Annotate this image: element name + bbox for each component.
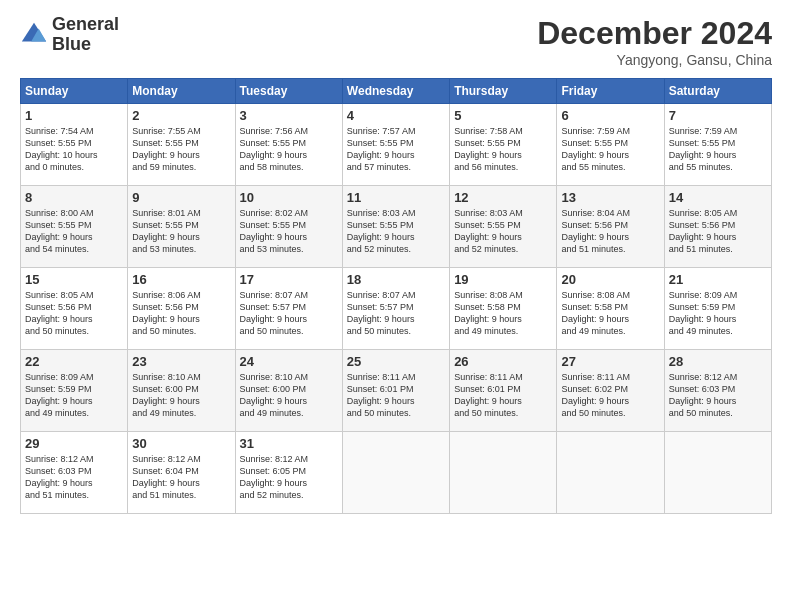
calendar-week-row: 15Sunrise: 8:05 AM Sunset: 5:56 PM Dayli… bbox=[21, 268, 772, 350]
calendar-day-cell: 31Sunrise: 8:12 AM Sunset: 6:05 PM Dayli… bbox=[235, 432, 342, 514]
day-detail: Sunrise: 8:05 AM Sunset: 5:56 PM Dayligh… bbox=[669, 207, 767, 256]
day-detail: Sunrise: 7:55 AM Sunset: 5:55 PM Dayligh… bbox=[132, 125, 230, 174]
day-number: 21 bbox=[669, 272, 767, 287]
calendar-day-cell: 22Sunrise: 8:09 AM Sunset: 5:59 PM Dayli… bbox=[21, 350, 128, 432]
day-number: 20 bbox=[561, 272, 659, 287]
day-number: 30 bbox=[132, 436, 230, 451]
calendar-day-cell: 12Sunrise: 8:03 AM Sunset: 5:55 PM Dayli… bbox=[450, 186, 557, 268]
day-number: 29 bbox=[25, 436, 123, 451]
calendar-day-header: Saturday bbox=[664, 79, 771, 104]
calendar-day-cell: 7Sunrise: 7:59 AM Sunset: 5:55 PM Daylig… bbox=[664, 104, 771, 186]
day-detail: Sunrise: 7:59 AM Sunset: 5:55 PM Dayligh… bbox=[669, 125, 767, 174]
day-detail: Sunrise: 8:11 AM Sunset: 6:01 PM Dayligh… bbox=[347, 371, 445, 420]
calendar-day-cell: 26Sunrise: 8:11 AM Sunset: 6:01 PM Dayli… bbox=[450, 350, 557, 432]
calendar-day-cell: 1Sunrise: 7:54 AM Sunset: 5:55 PM Daylig… bbox=[21, 104, 128, 186]
day-number: 14 bbox=[669, 190, 767, 205]
day-detail: Sunrise: 7:59 AM Sunset: 5:55 PM Dayligh… bbox=[561, 125, 659, 174]
calendar-day-cell: 24Sunrise: 8:10 AM Sunset: 6:00 PM Dayli… bbox=[235, 350, 342, 432]
day-detail: Sunrise: 8:12 AM Sunset: 6:03 PM Dayligh… bbox=[669, 371, 767, 420]
day-number: 3 bbox=[240, 108, 338, 123]
day-number: 23 bbox=[132, 354, 230, 369]
calendar-day-cell: 11Sunrise: 8:03 AM Sunset: 5:55 PM Dayli… bbox=[342, 186, 449, 268]
day-number: 27 bbox=[561, 354, 659, 369]
calendar-day-cell: 23Sunrise: 8:10 AM Sunset: 6:00 PM Dayli… bbox=[128, 350, 235, 432]
calendar-day-cell: 29Sunrise: 8:12 AM Sunset: 6:03 PM Dayli… bbox=[21, 432, 128, 514]
day-detail: Sunrise: 8:12 AM Sunset: 6:05 PM Dayligh… bbox=[240, 453, 338, 502]
calendar-day-header: Thursday bbox=[450, 79, 557, 104]
day-detail: Sunrise: 8:01 AM Sunset: 5:55 PM Dayligh… bbox=[132, 207, 230, 256]
calendar-day-cell: 13Sunrise: 8:04 AM Sunset: 5:56 PM Dayli… bbox=[557, 186, 664, 268]
logo: General Blue bbox=[20, 15, 119, 55]
calendar-day-cell: 10Sunrise: 8:02 AM Sunset: 5:55 PM Dayli… bbox=[235, 186, 342, 268]
calendar-day-cell: 4Sunrise: 7:57 AM Sunset: 5:55 PM Daylig… bbox=[342, 104, 449, 186]
day-number: 31 bbox=[240, 436, 338, 451]
day-detail: Sunrise: 8:08 AM Sunset: 5:58 PM Dayligh… bbox=[454, 289, 552, 338]
calendar-day-cell: 15Sunrise: 8:05 AM Sunset: 5:56 PM Dayli… bbox=[21, 268, 128, 350]
calendar-day-header: Friday bbox=[557, 79, 664, 104]
day-detail: Sunrise: 8:11 AM Sunset: 6:02 PM Dayligh… bbox=[561, 371, 659, 420]
page: General Blue December 2024 Yangyong, Gan… bbox=[0, 0, 792, 612]
calendar-day-cell bbox=[664, 432, 771, 514]
day-number: 10 bbox=[240, 190, 338, 205]
calendar-day-cell: 25Sunrise: 8:11 AM Sunset: 6:01 PM Dayli… bbox=[342, 350, 449, 432]
calendar-day-header: Monday bbox=[128, 79, 235, 104]
calendar-day-cell: 6Sunrise: 7:59 AM Sunset: 5:55 PM Daylig… bbox=[557, 104, 664, 186]
day-detail: Sunrise: 8:10 AM Sunset: 6:00 PM Dayligh… bbox=[132, 371, 230, 420]
day-detail: Sunrise: 7:58 AM Sunset: 5:55 PM Dayligh… bbox=[454, 125, 552, 174]
calendar-day-cell: 9Sunrise: 8:01 AM Sunset: 5:55 PM Daylig… bbox=[128, 186, 235, 268]
location: Yangyong, Gansu, China bbox=[537, 52, 772, 68]
day-number: 11 bbox=[347, 190, 445, 205]
day-detail: Sunrise: 8:05 AM Sunset: 5:56 PM Dayligh… bbox=[25, 289, 123, 338]
calendar-week-row: 29Sunrise: 8:12 AM Sunset: 6:03 PM Dayli… bbox=[21, 432, 772, 514]
calendar-day-cell: 21Sunrise: 8:09 AM Sunset: 5:59 PM Dayli… bbox=[664, 268, 771, 350]
day-number: 8 bbox=[25, 190, 123, 205]
day-detail: Sunrise: 8:10 AM Sunset: 6:00 PM Dayligh… bbox=[240, 371, 338, 420]
calendar-week-row: 1Sunrise: 7:54 AM Sunset: 5:55 PM Daylig… bbox=[21, 104, 772, 186]
day-number: 2 bbox=[132, 108, 230, 123]
calendar-day-header: Wednesday bbox=[342, 79, 449, 104]
day-detail: Sunrise: 8:06 AM Sunset: 5:56 PM Dayligh… bbox=[132, 289, 230, 338]
title-block: December 2024 Yangyong, Gansu, China bbox=[537, 15, 772, 68]
calendar-day-cell bbox=[342, 432, 449, 514]
day-detail: Sunrise: 8:09 AM Sunset: 5:59 PM Dayligh… bbox=[669, 289, 767, 338]
day-number: 25 bbox=[347, 354, 445, 369]
calendar-day-header: Sunday bbox=[21, 79, 128, 104]
day-number: 26 bbox=[454, 354, 552, 369]
day-number: 17 bbox=[240, 272, 338, 287]
calendar-day-header: Tuesday bbox=[235, 79, 342, 104]
day-detail: Sunrise: 8:11 AM Sunset: 6:01 PM Dayligh… bbox=[454, 371, 552, 420]
day-number: 22 bbox=[25, 354, 123, 369]
calendar-week-row: 22Sunrise: 8:09 AM Sunset: 5:59 PM Dayli… bbox=[21, 350, 772, 432]
day-detail: Sunrise: 8:09 AM Sunset: 5:59 PM Dayligh… bbox=[25, 371, 123, 420]
calendar-header-row: SundayMondayTuesdayWednesdayThursdayFrid… bbox=[21, 79, 772, 104]
calendar-day-cell: 28Sunrise: 8:12 AM Sunset: 6:03 PM Dayli… bbox=[664, 350, 771, 432]
calendar-day-cell: 3Sunrise: 7:56 AM Sunset: 5:55 PM Daylig… bbox=[235, 104, 342, 186]
calendar-day-cell bbox=[450, 432, 557, 514]
day-detail: Sunrise: 8:03 AM Sunset: 5:55 PM Dayligh… bbox=[454, 207, 552, 256]
day-number: 24 bbox=[240, 354, 338, 369]
day-number: 28 bbox=[669, 354, 767, 369]
day-detail: Sunrise: 8:08 AM Sunset: 5:58 PM Dayligh… bbox=[561, 289, 659, 338]
day-detail: Sunrise: 8:02 AM Sunset: 5:55 PM Dayligh… bbox=[240, 207, 338, 256]
day-detail: Sunrise: 8:04 AM Sunset: 5:56 PM Dayligh… bbox=[561, 207, 659, 256]
day-detail: Sunrise: 8:12 AM Sunset: 6:03 PM Dayligh… bbox=[25, 453, 123, 502]
calendar-day-cell: 2Sunrise: 7:55 AM Sunset: 5:55 PM Daylig… bbox=[128, 104, 235, 186]
day-number: 15 bbox=[25, 272, 123, 287]
day-detail: Sunrise: 7:56 AM Sunset: 5:55 PM Dayligh… bbox=[240, 125, 338, 174]
day-number: 5 bbox=[454, 108, 552, 123]
day-detail: Sunrise: 7:54 AM Sunset: 5:55 PM Dayligh… bbox=[25, 125, 123, 174]
day-detail: Sunrise: 8:07 AM Sunset: 5:57 PM Dayligh… bbox=[347, 289, 445, 338]
logo-icon bbox=[20, 21, 48, 49]
day-number: 7 bbox=[669, 108, 767, 123]
day-number: 19 bbox=[454, 272, 552, 287]
calendar-day-cell: 8Sunrise: 8:00 AM Sunset: 5:55 PM Daylig… bbox=[21, 186, 128, 268]
day-detail: Sunrise: 8:07 AM Sunset: 5:57 PM Dayligh… bbox=[240, 289, 338, 338]
calendar-day-cell: 5Sunrise: 7:58 AM Sunset: 5:55 PM Daylig… bbox=[450, 104, 557, 186]
calendar-day-cell: 27Sunrise: 8:11 AM Sunset: 6:02 PM Dayli… bbox=[557, 350, 664, 432]
day-detail: Sunrise: 8:03 AM Sunset: 5:55 PM Dayligh… bbox=[347, 207, 445, 256]
calendar-day-cell: 14Sunrise: 8:05 AM Sunset: 5:56 PM Dayli… bbox=[664, 186, 771, 268]
day-number: 18 bbox=[347, 272, 445, 287]
day-number: 13 bbox=[561, 190, 659, 205]
month-title: December 2024 bbox=[537, 15, 772, 52]
day-detail: Sunrise: 8:12 AM Sunset: 6:04 PM Dayligh… bbox=[132, 453, 230, 502]
